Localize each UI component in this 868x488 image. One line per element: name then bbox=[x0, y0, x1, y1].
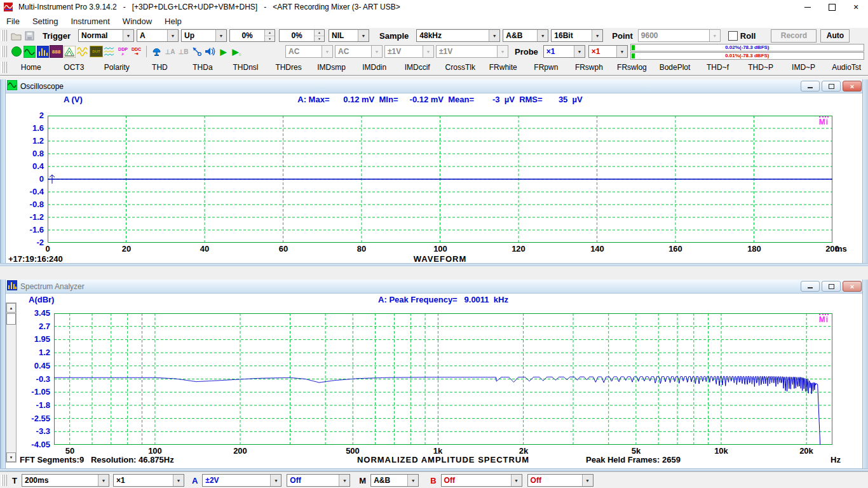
sweep-time-combo[interactable]: 200ms▼ bbox=[22, 474, 109, 487]
menu-item-instrument[interactable]: Instrument bbox=[64, 15, 116, 27]
chevron-down-icon[interactable]: ▼ bbox=[407, 475, 418, 486]
chevron-down-icon[interactable]: ▼ bbox=[574, 46, 585, 57]
tab-thdres[interactable]: THDres bbox=[267, 60, 310, 75]
data-logger-icon[interactable] bbox=[103, 44, 116, 58]
tab-imd-p[interactable]: IMD~P bbox=[782, 60, 825, 75]
lamp-icon[interactable] bbox=[150, 44, 163, 58]
title-bar[interactable]: Multi-Instrument Pro 3.9.14.2 - [+3DP+DL… bbox=[0, 0, 868, 15]
dut-icon[interactable]: DUT bbox=[90, 44, 103, 58]
minimize-panel-button[interactable] bbox=[801, 81, 820, 92]
chevron-down-icon[interactable]: ▼ bbox=[98, 475, 109, 486]
minimize-panel-button[interactable] bbox=[801, 281, 820, 292]
tab-imddin[interactable]: IMDdin bbox=[353, 60, 396, 75]
sample-bits-combo[interactable]: 16Bit▼ bbox=[551, 29, 603, 42]
play-loop-icon[interactable]: ▶○ bbox=[230, 44, 243, 58]
cursor-reader-icon[interactable] bbox=[190, 44, 203, 58]
ddc-icon[interactable]: DDC⇥ bbox=[130, 44, 143, 58]
toolbar-grip[interactable] bbox=[1, 46, 7, 57]
chevron-down-icon[interactable]: ▼ bbox=[167, 30, 178, 41]
minimize-window-button[interactable] bbox=[796, 1, 820, 14]
tab-frswph[interactable]: FRswph bbox=[567, 60, 611, 75]
window-frame[interactable] bbox=[0, 280, 6, 471]
probe-b-combo[interactable]: ×1▼ bbox=[588, 45, 628, 58]
restore-panel-button[interactable] bbox=[822, 281, 841, 292]
oscilloscope-caption[interactable]: Oscilloscope × bbox=[4, 79, 863, 93]
toolbar-grip[interactable] bbox=[1, 475, 7, 486]
menu-item-help[interactable]: Help bbox=[158, 15, 188, 27]
toolbar-grip[interactable] bbox=[1, 30, 7, 41]
chevron-down-icon[interactable]: ▼ bbox=[339, 475, 349, 486]
signal-generator-icon[interactable] bbox=[76, 44, 90, 58]
tab-crosstlk[interactable]: CrossTlk bbox=[438, 60, 482, 75]
chevron-down-icon[interactable]: ▼ bbox=[511, 475, 522, 486]
tab-home[interactable]: Home bbox=[10, 60, 53, 75]
trigger-mode-combo[interactable]: Normal▼ bbox=[78, 29, 134, 42]
tab-thd-f[interactable]: THD~f bbox=[696, 60, 740, 75]
roll-checkbox[interactable]: Roll bbox=[728, 31, 756, 41]
trigger-level-spinner[interactable]: 0%▲▼ bbox=[229, 29, 275, 42]
auto-button[interactable]: Auto bbox=[820, 29, 850, 43]
chevron-down-icon[interactable]: ▼ bbox=[592, 30, 602, 41]
spectrum-caption[interactable]: Spectrum Analyzer × bbox=[4, 280, 863, 294]
close-window-button[interactable]: × bbox=[844, 1, 868, 14]
trigger-edge-combo[interactable]: Up▼ bbox=[181, 29, 227, 42]
spectrum-3d-plot-icon[interactable] bbox=[63, 44, 76, 58]
window-frame[interactable] bbox=[0, 79, 6, 266]
channel-b-range-combo[interactable]: Off▼ bbox=[441, 474, 522, 487]
sample-channel-combo[interactable]: A&B▼ bbox=[503, 29, 548, 42]
spectrum-plot[interactable]: Mi bbox=[54, 313, 832, 445]
chevron-down-icon[interactable]: ▼ bbox=[173, 475, 184, 486]
chevron-down-icon[interactable]: ▼ bbox=[489, 30, 499, 41]
probe-a-combo[interactable]: ×1▼ bbox=[543, 45, 585, 58]
menu-item-file[interactable]: File bbox=[0, 15, 26, 27]
window-frame[interactable] bbox=[862, 280, 868, 471]
oscilloscope-icon[interactable] bbox=[23, 44, 36, 58]
menu-item-window[interactable]: Window bbox=[116, 15, 158, 27]
trigger-hpf-combo[interactable]: NIL▼ bbox=[329, 29, 369, 42]
channel-a-option-combo[interactable]: Off▼ bbox=[287, 474, 350, 487]
mode-combo[interactable]: A&B▼ bbox=[370, 474, 419, 487]
window-frame[interactable] bbox=[0, 263, 868, 266]
tab-oct3[interactable]: OCT3 bbox=[53, 60, 96, 75]
spinner-down-icon[interactable]: ▼ bbox=[265, 36, 275, 42]
tab-bodeplot[interactable]: BodePlot bbox=[653, 60, 696, 75]
trigger-source-combo[interactable]: A▼ bbox=[137, 29, 179, 42]
chevron-down-icon[interactable]: ▼ bbox=[270, 475, 281, 486]
trigger-delay-spinner[interactable]: 0%▲▼ bbox=[279, 29, 325, 42]
save-file-icon[interactable] bbox=[23, 29, 36, 43]
tab-frpwn[interactable]: FRpwn bbox=[525, 60, 568, 75]
tab-audiotst[interactable]: AudioTst bbox=[825, 60, 868, 75]
chevron-down-icon[interactable]: ▼ bbox=[358, 30, 369, 41]
chevron-down-icon[interactable]: ▼ bbox=[215, 30, 226, 41]
tab-thd[interactable]: THD bbox=[139, 60, 182, 75]
tab-imdccif[interactable]: IMDccif bbox=[396, 60, 439, 75]
chevron-down-icon[interactable]: ▼ bbox=[616, 46, 627, 57]
chevron-down-icon[interactable]: ▼ bbox=[582, 475, 593, 486]
tab-imdsmp[interactable]: IMDsmp bbox=[310, 60, 353, 75]
tab-frswlog[interactable]: FRswlog bbox=[611, 60, 654, 75]
run-icon[interactable] bbox=[10, 44, 23, 58]
sample-rate-combo[interactable]: 48kHz▼ bbox=[416, 29, 500, 42]
speaker-icon[interactable] bbox=[203, 44, 217, 58]
chevron-down-icon[interactable]: ▼ bbox=[123, 30, 133, 41]
oscilloscope-plot[interactable]: Mi bbox=[48, 116, 832, 243]
spinner-up-icon[interactable]: ▲ bbox=[315, 30, 324, 36]
toolbar-grip[interactable] bbox=[1, 62, 7, 73]
ddp-viewer-icon[interactable]: DDP⌕ bbox=[116, 44, 130, 58]
play-icon[interactable]: ▶ bbox=[217, 44, 230, 58]
channel-a-range-combo[interactable]: ±2V▼ bbox=[202, 474, 281, 487]
open-file-icon[interactable] bbox=[10, 29, 23, 43]
sweep-mult-combo[interactable]: ×1▼ bbox=[113, 474, 184, 487]
chevron-down-icon[interactable]: ▼ bbox=[537, 30, 548, 41]
close-panel-button[interactable]: × bbox=[843, 81, 862, 92]
tab-thd-p[interactable]: THD~P bbox=[739, 60, 782, 75]
tab-thdnsl[interactable]: THDnsl bbox=[224, 60, 268, 75]
spinner-up-icon[interactable]: ▲ bbox=[265, 30, 275, 36]
spectrum-analyzer-icon[interactable] bbox=[36, 44, 50, 58]
multimeter-icon[interactable]: 888 bbox=[50, 44, 63, 58]
window-frame[interactable] bbox=[862, 79, 868, 266]
tab-frwhite[interactable]: FRwhite bbox=[482, 60, 525, 75]
menu-item-setting[interactable]: Setting bbox=[26, 15, 64, 27]
spinner-down-icon[interactable]: ▼ bbox=[315, 36, 324, 42]
maximize-window-button[interactable] bbox=[820, 1, 844, 14]
